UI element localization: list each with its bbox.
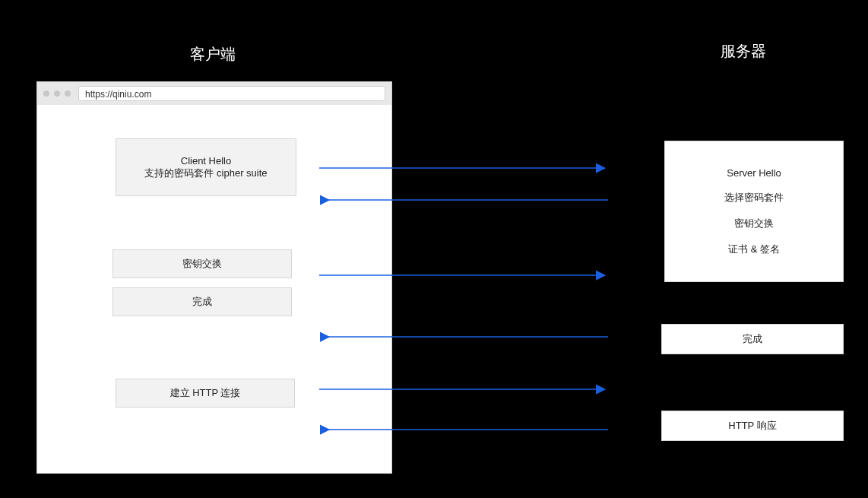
- server-header: 服务器: [721, 41, 766, 62]
- url-bar: https://qiniu.com: [78, 86, 385, 101]
- client-key-exchange-label: 密钥交换: [182, 257, 222, 271]
- client-hello-sub: 支持的密码套件 cipher suite: [144, 167, 267, 180]
- server-done-box: 完成: [661, 324, 844, 354]
- server-key-exchange: 密钥交换: [734, 217, 774, 230]
- server-cipher-choice: 选择密码套件: [724, 191, 784, 205]
- browser-titlebar: https://qiniu.com: [37, 82, 391, 105]
- client-header: 客户端: [190, 44, 236, 65]
- server-http-response-label: HTTP 响应: [728, 419, 776, 433]
- client-key-exchange-box: 密钥交换: [112, 249, 292, 278]
- window-dot-min: [54, 90, 60, 97]
- window-dot-max: [65, 90, 71, 97]
- server-cert-sign: 证书 & 签名: [728, 243, 780, 256]
- window-dot-close: [43, 90, 49, 97]
- client-http-label: 建立 HTTP 连接: [170, 386, 241, 400]
- client-hello-title: Client Hello: [181, 155, 231, 167]
- server-hello-box: Server Hello 选择密码套件 密钥交换 证书 & 签名: [664, 141, 844, 282]
- client-http-box: 建立 HTTP 连接: [116, 379, 295, 408]
- server-hello-title: Server Hello: [727, 167, 781, 179]
- server-http-response-box: HTTP 响应: [661, 411, 844, 441]
- client-done-box: 完成: [112, 287, 292, 316]
- server-done-label: 完成: [743, 332, 762, 346]
- client-done-label: 完成: [192, 295, 212, 309]
- client-hello-box: Client Hello 支持的密码套件 cipher suite: [116, 138, 296, 196]
